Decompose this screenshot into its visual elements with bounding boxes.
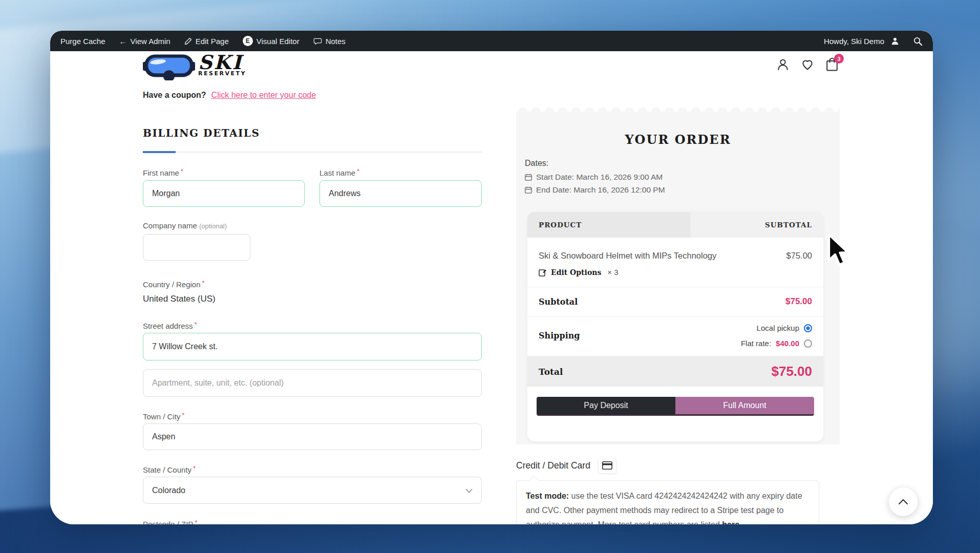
order-item-row: Ski & Snowboard Helmet with MIPs Technol… (527, 238, 823, 287)
start-date-line: Start Date: March 16, 2026 9:00 AM (525, 173, 665, 182)
city-label: Town / City* (143, 411, 184, 421)
page-content: SKI RESERVETY 3 Have a coupon? (50, 51, 933, 524)
search-icon[interactable] (913, 36, 923, 46)
state-label: State / County* (143, 464, 196, 474)
city-input[interactable] (143, 423, 482, 450)
billing-divider (143, 152, 482, 153)
cart-count-badge: 3 (834, 54, 844, 63)
pay-deposit-button[interactable]: Pay Deposit (537, 397, 675, 414)
state-value: Colorado (152, 486, 185, 495)
apartment-input[interactable] (143, 369, 482, 397)
user-icon[interactable] (890, 36, 900, 46)
edit-options-link[interactable]: Edit Options (551, 268, 601, 276)
view-admin-label: View Admin (131, 37, 171, 46)
test-mode-period: . (739, 520, 741, 524)
howdy-account-link[interactable]: Howdy, Ski Demo (824, 37, 884, 46)
country-value: United States (US) (143, 294, 216, 304)
dates-heading: Dates: (525, 159, 665, 168)
edit-options-icon (539, 268, 547, 276)
payment-amount-toggle: Pay Deposit Full Amount (537, 397, 814, 416)
cart-bag-icon[interactable]: 3 (824, 56, 840, 73)
visual-editor-icon: E (243, 36, 253, 46)
shipping-option-local-pickup[interactable]: Local pickup (757, 324, 812, 332)
edit-page-link[interactable]: Edit Page (184, 37, 229, 46)
comment-icon (313, 37, 322, 45)
shipping-options: Local pickup Flat rate: $40.00 (741, 324, 812, 348)
test-mode-here-link[interactable]: here (722, 520, 739, 524)
radio-selected-icon[interactable] (804, 324, 812, 332)
order-table-card: PRODUCT SUBTOTAL Ski & Snowboard Helmet … (527, 212, 823, 441)
left-arrow-icon: ← (119, 37, 127, 46)
start-date-text: Start Date: March 16, 2026 9:00 AM (536, 173, 663, 182)
visual-editor-button[interactable]: E Visual Editor (243, 36, 300, 46)
scroll-to-top-button[interactable] (889, 487, 918, 516)
payment-method-label: Credit / Debit Card (516, 460, 590, 471)
radio-unselected-icon[interactable] (804, 339, 812, 348)
purge-cache-button[interactable]: Purge Cache (60, 37, 105, 46)
notice-pointer (529, 476, 539, 481)
logo-text: SKI RESERVETY (198, 53, 246, 80)
total-value: $75.00 (771, 364, 812, 379)
total-label: Total (539, 367, 563, 377)
subtotal-value: $75.00 (785, 296, 812, 307)
order-summary-panel: YOUR ORDER Dates: Start Date: March 16, … (516, 112, 840, 444)
local-pickup-label: Local pickup (757, 324, 799, 332)
shipping-label: Shipping (539, 331, 580, 341)
edit-page-label: Edit Page (196, 37, 229, 46)
credit-card-icon[interactable] (599, 458, 616, 473)
street-label: Street address* (143, 321, 197, 330)
total-row: Total $75.00 (527, 356, 823, 387)
admin-bar-left: Purge Cache ← View Admin Edit Page E Vis… (60, 36, 346, 46)
company-input[interactable] (143, 234, 250, 261)
postcode-label: Postcode / ZIP* (143, 519, 197, 524)
order-title: YOUR ORDER (516, 132, 840, 147)
pencil-icon (184, 37, 192, 45)
subtotal-label: Subtotal (539, 297, 578, 307)
wishlist-heart-icon[interactable] (799, 56, 816, 73)
state-select[interactable]: Colorado (143, 477, 482, 504)
order-dates: Dates: Start Date: March 16, 2026 9:00 A… (525, 159, 665, 198)
wp-admin-bar: Purge Cache ← View Admin Edit Page E Vis… (50, 31, 933, 51)
shipping-option-flat-rate[interactable]: Flat rate: $40.00 (741, 339, 812, 348)
shipping-row: Shipping Local pickup Flat rate: $40.00 (527, 316, 823, 356)
header-icons: 3 (775, 56, 840, 73)
admin-bar-right: Howdy, Ski Demo (824, 36, 923, 46)
last-name-label: Last name* (319, 167, 359, 177)
first-name-label: First name* (143, 167, 183, 177)
item-name: Ski & Snowboard Helmet with MIPs Technol… (539, 251, 716, 261)
company-label: Company name(optional) (143, 221, 227, 230)
product-column-header: PRODUCT (539, 221, 582, 229)
subtotal-row: Subtotal $75.00 (527, 287, 823, 316)
flat-rate-price: $40.00 (776, 339, 799, 348)
coupon-row: Have a coupon? Click here to enter your … (143, 91, 316, 100)
site-logo[interactable]: SKI RESERVETY (143, 53, 246, 80)
country-label: Country / Region* (143, 279, 205, 289)
first-name-input[interactable] (143, 180, 305, 207)
logo-title: SKI (198, 53, 246, 72)
calendar-icon (525, 186, 532, 194)
view-admin-link[interactable]: ← View Admin (119, 37, 171, 46)
coupon-link[interactable]: Click here to enter your code (211, 91, 316, 100)
item-price: $75.00 (786, 251, 812, 261)
last-name-input[interactable] (319, 180, 482, 207)
receipt-teeth-edge (516, 105, 840, 112)
test-mode-bold: Test mode: (526, 492, 569, 500)
logo-subtitle: RESERVETY (198, 70, 246, 77)
street-address-input[interactable] (143, 333, 482, 360)
subtotal-column-header: SUBTOTAL (765, 221, 812, 229)
full-amount-button[interactable]: Full Amount (675, 397, 814, 414)
payment-method-row: Credit / Debit Card (516, 458, 616, 473)
flat-rate-label: Flat rate: (741, 339, 771, 348)
chevron-up-icon (898, 499, 908, 505)
visual-editor-label: Visual Editor (257, 37, 300, 46)
account-icon[interactable] (775, 56, 791, 73)
browser-window: Purge Cache ← View Admin Edit Page E Vis… (50, 31, 933, 524)
calendar-icon (525, 174, 532, 181)
notes-button[interactable]: Notes (313, 37, 346, 46)
chevron-down-icon (465, 486, 473, 495)
order-table-header: PRODUCT SUBTOTAL (527, 212, 823, 238)
item-quantity: × 3 (607, 268, 618, 276)
desktop: Purge Cache ← View Admin Edit Page E Vis… (0, 0, 980, 553)
test-mode-notice: Test mode: use the test VISA card 424242… (516, 480, 819, 524)
billing-title: BILLING DETAILS (143, 127, 260, 139)
